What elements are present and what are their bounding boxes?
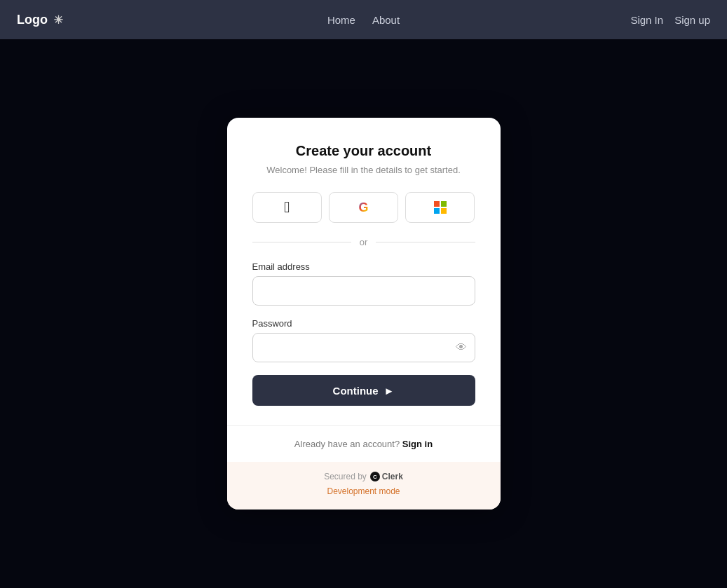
nav-center: Home About — [327, 14, 400, 26]
clerk-icon: C — [370, 472, 380, 481]
nav-signup-link[interactable]: Sign up — [674, 14, 710, 26]
card-title: Create your account — [252, 143, 475, 159]
email-field-group: Email address — [252, 261, 475, 306]
social-buttons:  G — [252, 192, 475, 223]
microsoft-signin-button[interactable] — [405, 192, 475, 223]
nav-item-about[interactable]: About — [372, 14, 400, 26]
divider-line-right — [376, 242, 475, 242]
password-label: Password — [252, 318, 475, 329]
clerk-logo: C Clerk — [370, 472, 403, 481]
password-toggle-icon[interactable]: 👁 — [456, 341, 467, 354]
card-subtitle: Welcome! Please fill in the details to g… — [252, 165, 475, 175]
continue-button[interactable]: Continue ► — [252, 375, 475, 406]
divider-line-left — [252, 242, 351, 242]
nav-signin-link[interactable]: Sign In — [630, 14, 663, 26]
signin-section: Already have an account? Sign in — [227, 425, 501, 462]
continue-arrow: ► — [384, 385, 395, 397]
secured-by-label: Secured by — [324, 472, 367, 481]
or-divider: or — [252, 237, 475, 247]
nav-item-home[interactable]: Home — [327, 14, 355, 26]
main-content: Create your account Welcome! Please fill… — [0, 39, 727, 588]
google-icon: G — [358, 200, 368, 215]
secured-by-text: Secured by C Clerk — [252, 472, 475, 481]
logo-text: Logo — [17, 13, 48, 27]
signin-prompt: Already have an account? Sign in — [252, 439, 475, 449]
continue-label: Continue — [333, 385, 379, 397]
or-text: or — [360, 237, 368, 247]
microsoft-icon — [434, 201, 447, 214]
email-input-wrap — [252, 276, 475, 306]
logo[interactable]: Logo ☀ — [17, 13, 63, 27]
card-body: Create your account Welcome! Please fill… — [227, 118, 501, 425]
password-input[interactable] — [252, 333, 475, 362]
clerk-section: Secured by C Clerk Development mode — [227, 462, 501, 510]
apple-icon:  — [284, 200, 290, 215]
google-signin-button[interactable]: G — [329, 192, 398, 223]
password-field-group: Password 👁 — [252, 318, 475, 362]
nav-auth: Sign In Sign up — [630, 14, 710, 26]
apple-signin-button[interactable]:  — [252, 192, 322, 223]
email-input[interactable] — [252, 276, 475, 306]
signup-card: Create your account Welcome! Please fill… — [227, 118, 501, 510]
signin-link[interactable]: Sign in — [402, 439, 433, 449]
email-label: Email address — [252, 261, 475, 272]
password-input-wrap: 👁 — [252, 333, 475, 362]
sun-icon: ☀ — [53, 13, 63, 27]
dev-mode-link[interactable]: Development mode — [327, 486, 400, 496]
navbar: Logo ☀ Home About Sign In Sign up — [0, 0, 727, 39]
clerk-label: Clerk — [382, 472, 403, 481]
